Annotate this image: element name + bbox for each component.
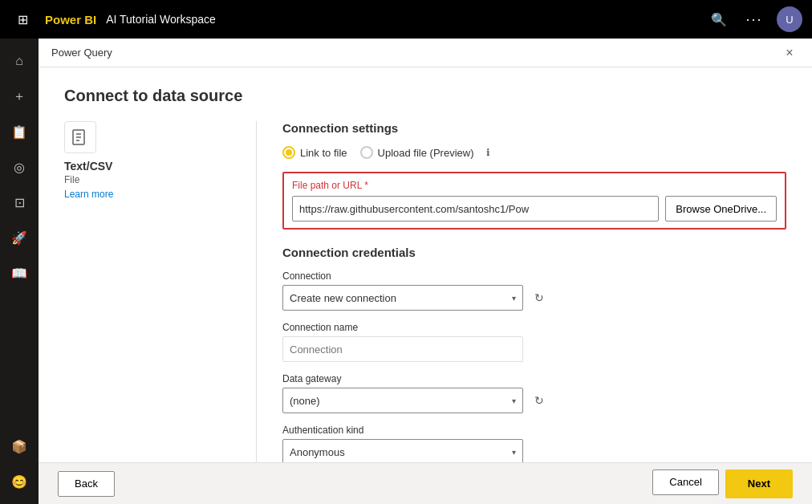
datasource-icon [64, 121, 96, 153]
auth-kind-field-row: Anonymous ▾ [282, 439, 786, 462]
page-title: Connect to data source [64, 87, 786, 105]
credentials-section-title: Connection credentials [282, 246, 786, 259]
more-icon[interactable]: ··· [741, 6, 767, 32]
sidebar-item-apps[interactable]: 📦 [3, 430, 35, 462]
cancel-button[interactable]: Cancel [652, 469, 718, 495]
right-panel: Connection settings Link to file Upload … [257, 121, 786, 462]
file-path-input-row: Browse OneDrive... [292, 196, 777, 222]
radio-group: Link to file Upload file (Preview) ℹ [282, 146, 786, 159]
file-path-input[interactable] [292, 196, 659, 222]
radio-upload-label: Upload file (Preview) [378, 147, 474, 159]
auth-kind-dropdown-value: Anonymous [290, 446, 345, 458]
pq-header-title: Power Query [51, 47, 112, 59]
chevron-down-icon-3: ▾ [512, 448, 516, 457]
bottom-bar: Back Cancel Next [39, 462, 812, 504]
browse-onedrive-button[interactable]: Browse OneDrive... [665, 196, 777, 222]
content-area: Power Query × Connect to data source [39, 39, 812, 504]
file-path-section: File path or URL * Browse OneDrive... [282, 172, 786, 230]
topbar: ⊞ Power BI AI Tutorial Workspace 🔍 ··· U [0, 0, 812, 39]
datasource-type: File [64, 174, 237, 185]
radio-link-to-file[interactable]: Link to file [282, 146, 347, 159]
refresh-icon-2[interactable]: ↻ [530, 391, 549, 410]
connection-name-input[interactable] [282, 336, 523, 362]
refresh-icon[interactable]: ↻ [530, 288, 549, 307]
data-gateway-dropdown-value: (none) [290, 395, 320, 407]
data-gateway-label: Data gateway [282, 373, 786, 384]
connection-name-field-row [282, 336, 786, 362]
file-path-label: File path or URL * [292, 180, 777, 191]
bottom-right-actions: Cancel Next [652, 469, 793, 498]
connection-name-label: Connection name [282, 322, 786, 333]
pq-header: Power Query × [39, 39, 812, 67]
sidebar-item-account[interactable]: 😊 [3, 465, 35, 498]
data-gateway-dropdown[interactable]: (none) ▾ [282, 388, 523, 413]
two-col-layout: Text/CSV File Learn more Connection sett… [64, 121, 786, 462]
connection-settings-title: Connection settings [282, 121, 786, 135]
main-layout: ⌂ ＋ 📋 ◎ ⊡ 🚀 📖 📦 😊 Power Query × Connect … [0, 39, 812, 504]
chevron-down-icon-2: ▾ [512, 396, 516, 405]
left-panel: Text/CSV File Learn more [64, 121, 257, 462]
radio-circle-link [282, 146, 295, 159]
sidebar-item-learn[interactable]: 📖 [3, 257, 35, 289]
sidebar-item-datahub[interactable]: ◎ [3, 151, 35, 183]
required-marker: * [364, 180, 368, 191]
sidebar-item-home[interactable]: ⌂ [3, 45, 35, 77]
sidebar-item-browse[interactable]: 📋 [3, 116, 35, 148]
info-icon: ℹ [486, 147, 490, 158]
next-button[interactable]: Next [725, 469, 793, 498]
auth-kind-label: Authentication kind [282, 425, 786, 436]
connection-label: Connection [282, 270, 786, 282]
learn-more-link[interactable]: Learn more [64, 189, 237, 200]
search-icon[interactable]: 🔍 [706, 6, 732, 32]
sidebar-item-monitor[interactable]: ⊡ [3, 186, 35, 218]
app-label: AI Tutorial Workspace [106, 13, 216, 26]
page-content: Connect to data source Text/CSV File [39, 67, 812, 462]
app-logo: Power BI [45, 13, 96, 26]
radio-link-label: Link to file [300, 147, 347, 159]
connection-dropdown-value: Create new connection [290, 292, 396, 304]
radio-upload-file[interactable]: Upload file (Preview) [360, 146, 474, 159]
sidebar-item-create[interactable]: ＋ [3, 80, 35, 112]
chevron-down-icon: ▾ [512, 294, 516, 303]
close-button[interactable]: × [780, 43, 799, 63]
datasource-name: Text/CSV [64, 160, 237, 173]
sidebar: ⌂ ＋ 📋 ◎ ⊡ 🚀 📖 📦 😊 [0, 39, 39, 504]
back-button[interactable]: Back [58, 471, 115, 497]
auth-kind-dropdown[interactable]: Anonymous ▾ [282, 439, 523, 462]
connection-field-row: Create new connection ▾ ↻ [282, 285, 786, 311]
data-gateway-field-row: (none) ▾ ↻ [282, 388, 786, 413]
sidebar-item-deploy[interactable]: 🚀 [3, 222, 35, 254]
waffle-icon[interactable]: ⊞ [10, 6, 35, 32]
avatar[interactable]: U [777, 6, 802, 32]
connection-dropdown[interactable]: Create new connection ▾ [282, 285, 523, 311]
radio-circle-upload [360, 146, 373, 159]
